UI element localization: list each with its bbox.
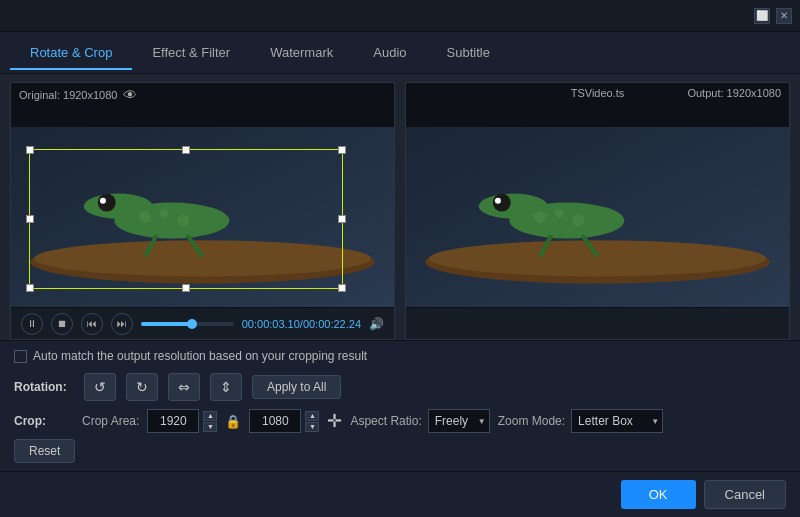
eye-icon[interactable]: 👁 <box>123 87 137 103</box>
aspect-ratio-label: Aspect Ratio: <box>350 414 421 428</box>
crop-width-up[interactable]: ▲ <box>203 411 217 421</box>
tab-audio[interactable]: Audio <box>353 37 426 70</box>
output-panel-header: TSVideo.ts Output: 1920x1080 <box>406 83 789 105</box>
title-bar: ⬜ ✕ <box>0 0 800 32</box>
svg-point-17 <box>493 194 511 212</box>
original-video-frame <box>11 127 394 307</box>
svg-point-11 <box>177 215 189 227</box>
progress-bar[interactable] <box>141 322 234 326</box>
cancel-button[interactable]: Cancel <box>704 480 786 509</box>
tabs-bar: Rotate & Crop Effect & Filter Watermark … <box>0 32 800 74</box>
main-content: Original: 1920x1080 👁 <box>0 74 800 517</box>
prev-button[interactable]: ⏮ <box>81 313 103 335</box>
svg-point-18 <box>495 198 501 204</box>
tab-effect-filter[interactable]: Effect & Filter <box>132 37 250 70</box>
video-area: Original: 1920x1080 👁 <box>0 74 800 340</box>
zoom-mode-group: Zoom Mode: Letter Box Pan & Scan Full <box>498 409 663 433</box>
output-label: Output: 1920x1080 <box>687 87 781 99</box>
output-video-frame <box>406 127 789 307</box>
zoom-mode-select[interactable]: Letter Box Pan & Scan Full <box>571 409 663 433</box>
crop-height-down[interactable]: ▼ <box>305 422 319 432</box>
aspect-ratio-select-wrapper: Freely 16:9 4:3 1:1 <box>428 409 490 433</box>
svg-point-10 <box>160 209 169 218</box>
rotation-row: Rotation: ↺ ↻ ⇔ ⇕ Apply to All <box>14 373 786 401</box>
crop-width-input[interactable] <box>147 409 199 433</box>
tab-watermark[interactable]: Watermark <box>250 37 353 70</box>
svg-point-23 <box>572 215 584 227</box>
bottom-controls: Auto match the output resolution based o… <box>0 340 800 471</box>
restore-button[interactable]: ⬜ <box>754 8 770 24</box>
play-pause-button[interactable]: ⏸ <box>21 313 43 335</box>
crop-height-group: ▲ ▼ <box>249 409 319 433</box>
stop-button[interactable]: ⏹ <box>51 313 73 335</box>
auto-match-row: Auto match the output resolution based o… <box>14 349 786 363</box>
svg-point-22 <box>555 209 564 218</box>
video-filename: TSVideo.ts <box>571 87 625 99</box>
original-label: Original: 1920x1080 👁 <box>19 87 137 103</box>
crop-width-down[interactable]: ▼ <box>203 422 217 432</box>
zoom-mode-label: Zoom Mode: <box>498 414 565 428</box>
crop-height-input[interactable] <box>249 409 301 433</box>
auto-match-label: Auto match the output resolution based o… <box>33 349 367 363</box>
reset-button[interactable]: Reset <box>14 439 75 463</box>
original-video-container <box>11 127 394 307</box>
svg-point-14 <box>429 240 766 276</box>
tab-rotate-crop[interactable]: Rotate & Crop <box>10 37 132 70</box>
auto-match-checkbox[interactable] <box>14 350 27 363</box>
progress-fill <box>141 322 192 326</box>
rotate-cw-button[interactable]: ↻ <box>126 373 158 401</box>
playback-controls: ⏸ ⏹ ⏮ ⏭ 00:00:03.10/00:00:22.24 🔊 <box>11 307 394 339</box>
crop-width-group: ▲ ▼ <box>147 409 217 433</box>
aspect-ratio-group: Aspect Ratio: Freely 16:9 4:3 1:1 <box>350 409 489 433</box>
flip-v-button[interactable]: ⇕ <box>210 373 242 401</box>
ok-button[interactable]: OK <box>621 480 696 509</box>
crop-row: Crop: Crop Area: ▲ ▼ 🔒 ▲ ▼ ✛ Aspect Rati… <box>14 409 786 433</box>
svg-point-5 <box>98 194 116 212</box>
output-video-panel: TSVideo.ts Output: 1920x1080 <box>405 82 790 340</box>
rotation-label: Rotation: <box>14 380 74 394</box>
original-panel-header: Original: 1920x1080 👁 <box>11 83 394 105</box>
crop-height-spinners: ▲ ▼ <box>305 411 319 432</box>
tab-subtitle[interactable]: Subtitle <box>427 37 510 70</box>
svg-point-6 <box>100 198 106 204</box>
svg-point-21 <box>534 211 546 223</box>
crop-width-spinners: ▲ ▼ <box>203 411 217 432</box>
apply-all-button[interactable]: Apply to All <box>252 375 341 399</box>
rotate-ccw-button[interactable]: ↺ <box>84 373 116 401</box>
flip-h-button[interactable]: ⇔ <box>168 373 200 401</box>
next-button[interactable]: ⏭ <box>111 313 133 335</box>
lock-icon[interactable]: 🔒 <box>225 414 241 429</box>
svg-point-2 <box>34 240 371 276</box>
output-video-container <box>406 127 789 307</box>
time-display: 00:00:03.10/00:00:22.24 <box>242 318 361 330</box>
original-video-panel: Original: 1920x1080 👁 <box>10 82 395 340</box>
footer-buttons: OK Cancel <box>0 471 800 517</box>
progress-dot <box>187 319 197 329</box>
volume-icon[interactable]: 🔊 <box>369 317 384 331</box>
zoom-mode-select-wrapper: Letter Box Pan & Scan Full <box>571 409 663 433</box>
crop-label: Crop: <box>14 414 74 428</box>
close-button[interactable]: ✕ <box>776 8 792 24</box>
move-icon[interactable]: ✛ <box>327 410 342 432</box>
crop-area-label: Crop Area: <box>82 414 139 428</box>
svg-point-9 <box>139 211 151 223</box>
crop-height-up[interactable]: ▲ <box>305 411 319 421</box>
aspect-ratio-select[interactable]: Freely 16:9 4:3 1:1 <box>428 409 490 433</box>
